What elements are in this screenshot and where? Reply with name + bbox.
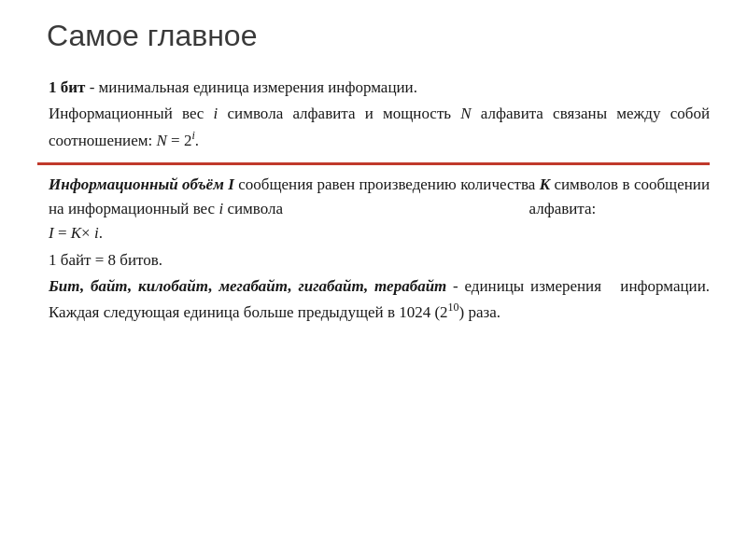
content-area: 1 бит - минимальная единица измерения ин… [37, 76, 710, 327]
block-info-weight: Информационный вес i символа алфавита и … [37, 102, 710, 152]
block-info-volume: Информационный объём I сообщения равен п… [37, 173, 710, 246]
page-title: Самое главное [47, 19, 710, 53]
red-divider [37, 162, 710, 165]
block-byte: 1 байт = 8 битов. [37, 248, 710, 273]
page: Самое главное 1 бит - минимальная единиц… [0, 0, 747, 560]
block-units: Бит, байт, килобайт, мегабайт, гигабайт,… [37, 274, 710, 325]
block-bit-definition: 1 бит - минимальная единица измерения ин… [37, 76, 710, 100]
